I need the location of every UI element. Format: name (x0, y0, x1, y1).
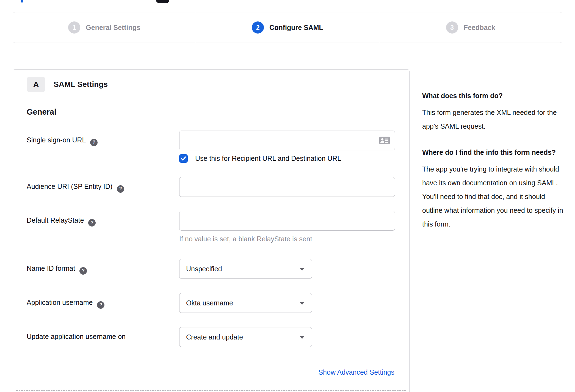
advanced-settings-row: Show Advanced Settings (27, 368, 409, 376)
cropped-logo-fragment (156, 0, 169, 3)
section-a-badge: A (27, 77, 45, 92)
help-icon[interactable]: ? (79, 267, 87, 275)
panel-dotted-divider (16, 390, 406, 391)
saml-settings-panel: A SAML Settings General Single sign-on U… (13, 69, 410, 392)
step-number-badge: 3 (446, 21, 458, 34)
step-number-badge: 2 (252, 21, 264, 34)
chevron-down-icon (300, 268, 305, 271)
help-icon[interactable]: ? (88, 219, 96, 227)
help-icon[interactable]: ? (90, 139, 98, 146)
step-label: General Settings (86, 24, 140, 32)
help-heading-where: Where do I find the info this form needs… (422, 146, 564, 158)
general-section-heading: General (27, 107, 409, 117)
app-username-value: Okta username (186, 299, 233, 307)
recipient-url-checkbox-label: Use this for Recipient URL and Destinati… (195, 154, 341, 162)
wizard-stepper: 1 General Settings 2 Configure SAML 3 Fe… (13, 12, 562, 43)
help-icon[interactable]: ? (97, 301, 104, 309)
form-row-relay-state: Default RelayState? If no value is set, … (27, 211, 409, 243)
panel-title: SAML Settings (54, 80, 108, 89)
form-row-sso-url: Single sign-on URL? (27, 131, 409, 163)
panel-header: A SAML Settings (27, 77, 409, 92)
app-username-label: Application username (27, 299, 93, 306)
name-id-format-select[interactable]: Unspecified (179, 259, 312, 279)
audience-uri-input[interactable] (179, 177, 395, 197)
name-id-format-label: Name ID format (27, 264, 75, 272)
help-heading-what: What does this form do? (422, 90, 564, 102)
checkmark-icon (181, 156, 186, 161)
sso-url-label: Single sign-on URL (27, 136, 86, 144)
step-general-settings[interactable]: 1 General Settings (13, 12, 196, 43)
app-username-select[interactable]: Okta username (179, 293, 312, 313)
update-app-username-label: Update application username on (27, 333, 126, 340)
update-app-username-value: Create and update (186, 333, 243, 341)
audience-uri-label: Audience URI (SP Entity ID) (27, 183, 112, 190)
step-label: Feedback (464, 24, 495, 32)
form-row-audience-uri: Audience URI (SP Entity ID)? (27, 177, 409, 197)
step-configure-saml[interactable]: 2 Configure SAML (196, 12, 379, 43)
form-row-update-app-username: Update application username on Create an… (27, 327, 409, 347)
relay-state-helper-text: If no value is set, a blank RelayState i… (179, 235, 409, 243)
relay-state-input[interactable] (179, 211, 395, 231)
help-icon[interactable]: ? (117, 185, 124, 193)
form-row-app-username: Application username? Okta username (27, 293, 409, 313)
help-body-what: This form generates the XML needed for t… (422, 106, 564, 133)
sso-url-input[interactable] (179, 131, 395, 150)
help-body-where: The app you're trying to integrate with … (422, 162, 564, 231)
chevron-down-icon (300, 302, 305, 305)
help-panel: What does this form do? This form genera… (422, 90, 564, 244)
chevron-down-icon (300, 336, 305, 339)
recipient-url-checkbox[interactable] (179, 154, 188, 163)
cropped-title-fragment (21, 0, 23, 2)
form-row-name-id-format: Name ID format? Unspecified (27, 259, 409, 279)
update-app-username-select[interactable]: Create and update (179, 327, 312, 347)
step-label: Configure SAML (269, 24, 323, 32)
relay-state-label: Default RelayState (27, 216, 84, 224)
show-advanced-settings-link[interactable]: Show Advanced Settings (318, 368, 394, 376)
step-number-badge: 1 (68, 21, 80, 34)
step-feedback[interactable]: 3 Feedback (379, 12, 562, 43)
name-id-format-value: Unspecified (186, 265, 222, 273)
contact-card-icon (379, 136, 390, 145)
